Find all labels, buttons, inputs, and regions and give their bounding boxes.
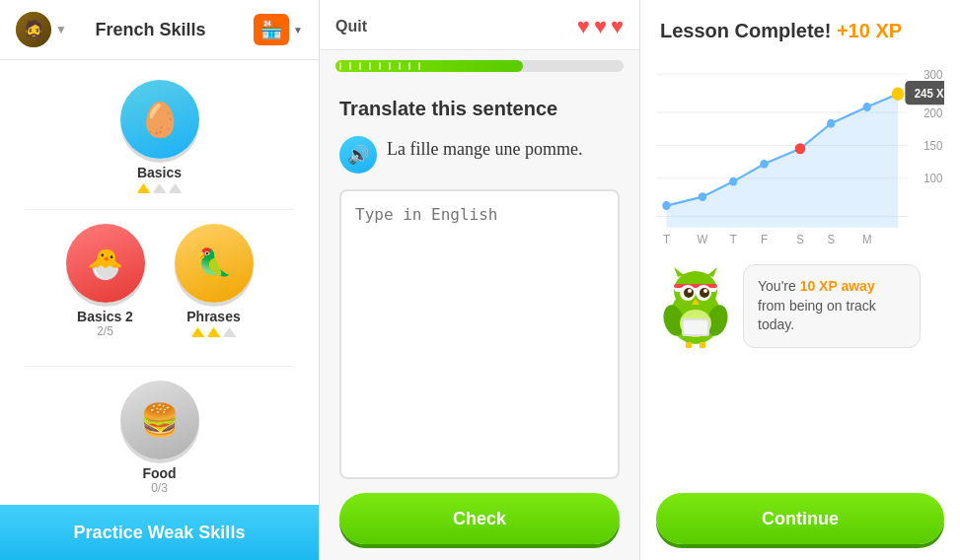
star-2 bbox=[153, 183, 167, 193]
lesson-complete-text: Lesson Complete! bbox=[660, 20, 831, 41]
skill-row-2: 🐣 Basics 2 2/5 🦜 Phrases bbox=[66, 224, 254, 350]
progress-bar-fill bbox=[335, 60, 523, 72]
svg-point-15 bbox=[688, 289, 692, 293]
skill-basics-stars bbox=[137, 183, 183, 193]
phrase-star-2 bbox=[207, 327, 221, 337]
avatar-image: 🧔 bbox=[16, 12, 51, 47]
data-point-T bbox=[662, 201, 670, 210]
svg-point-16 bbox=[703, 289, 707, 293]
svg-rect-22 bbox=[700, 342, 705, 348]
x-label-F: F bbox=[761, 233, 768, 246]
lesson-body: Translate this sentence 🔊 La fille mange… bbox=[320, 82, 639, 560]
lesson-panel: Quit ♥ ♥ ♥ Translate this sentence bbox=[320, 0, 640, 560]
heart-3: ♥ bbox=[611, 14, 624, 39]
tick-7 bbox=[399, 62, 401, 70]
result-panel: Lesson Complete! +10 XP bbox=[640, 0, 960, 560]
y-label-300: 300 bbox=[923, 67, 943, 81]
message-bubble: You're 10 XP away from being on track to… bbox=[743, 264, 921, 348]
star-1 bbox=[137, 183, 151, 193]
divider-2 bbox=[25, 366, 294, 367]
skill-food-icon: 🍔 bbox=[140, 401, 180, 439]
avatar[interactable]: 🧔 bbox=[16, 12, 51, 47]
skill-phrases[interactable]: 🦜 Phrases bbox=[175, 224, 254, 337]
x-label-W: W bbox=[698, 233, 709, 246]
message-text-after: from being on track today. bbox=[758, 298, 876, 333]
shop-dropdown-arrow: ▼ bbox=[293, 25, 303, 35]
quit-button[interactable]: Quit bbox=[335, 18, 367, 35]
skill-food-sublabel: 0/3 bbox=[151, 481, 168, 495]
check-button[interactable]: Check bbox=[339, 493, 620, 544]
skills-title: French Skills bbox=[55, 20, 246, 40]
chart-area bbox=[666, 94, 898, 228]
practice-weak-skills-button[interactable]: Practice Weak Skills bbox=[0, 505, 319, 560]
x-label-T: T bbox=[663, 233, 670, 246]
hearts-container: ♥ ♥ ♥ bbox=[577, 14, 624, 39]
answer-input[interactable] bbox=[339, 189, 620, 479]
chart-svg: 245 XP T W T F S S M 300 200 150 100 bbox=[656, 52, 944, 249]
skill-food-label: Food bbox=[142, 465, 176, 481]
tick-4 bbox=[369, 62, 371, 70]
owl-message-row: You're 10 XP away from being on track to… bbox=[640, 249, 960, 358]
tick-3 bbox=[359, 62, 361, 70]
skill-food-circle[interactable]: 🍔 bbox=[120, 381, 199, 459]
x-label-S: S bbox=[796, 233, 804, 246]
progress-ticks bbox=[335, 60, 523, 72]
message-text-before: You're bbox=[758, 278, 800, 294]
translate-prompt: Translate this sentence bbox=[339, 98, 620, 120]
skill-basics-icon: 🥚 bbox=[139, 100, 181, 139]
tick-1 bbox=[339, 62, 341, 70]
svg-marker-10 bbox=[707, 267, 717, 277]
tick-5 bbox=[379, 62, 381, 70]
heart-1: ♥ bbox=[577, 14, 590, 39]
skills-header: 🧔 ▼ French Skills 🏪 ▼ bbox=[0, 0, 319, 60]
shop-button[interactable]: 🏪 ▼ bbox=[254, 14, 303, 45]
skill-phrases-circle[interactable]: 🦜 bbox=[175, 224, 254, 303]
owl-svg bbox=[656, 259, 735, 348]
speaker-icon: 🔊 bbox=[347, 144, 369, 166]
shop-icon: 🏪 bbox=[254, 14, 289, 45]
data-point-F bbox=[760, 160, 768, 169]
lesson-header: Quit ♥ ♥ ♥ bbox=[320, 0, 639, 50]
x-label-S2: S bbox=[827, 233, 835, 246]
xp-earned-label: +10 XP bbox=[837, 20, 902, 41]
skill-food[interactable]: 🍔 Food 0/3 bbox=[120, 381, 199, 495]
xp-chart: 245 XP T W T F S S M 300 200 150 100 bbox=[656, 52, 944, 249]
tick-9 bbox=[418, 62, 420, 70]
x-label-T2: T bbox=[730, 233, 737, 246]
svg-rect-8 bbox=[674, 284, 717, 288]
owl-character bbox=[656, 259, 735, 348]
result-header: Lesson Complete! +10 XP bbox=[640, 0, 960, 52]
xp-badge-text: 245 XP bbox=[915, 86, 944, 100]
tick-8 bbox=[408, 62, 410, 70]
skill-basics-label: Basics bbox=[137, 165, 182, 180]
svg-marker-9 bbox=[674, 267, 684, 277]
y-label-150: 150 bbox=[923, 139, 943, 153]
skill-basics-circle[interactable]: 🥚 bbox=[120, 80, 199, 159]
divider-1 bbox=[25, 209, 294, 210]
skill-basics2-icon: 🐣 bbox=[87, 246, 123, 281]
speaker-button[interactable]: 🔊 bbox=[339, 136, 377, 174]
skill-basics[interactable]: 🥚 Basics bbox=[120, 80, 199, 193]
y-label-100: 100 bbox=[923, 172, 943, 185]
phrase-star-1 bbox=[191, 327, 205, 337]
skill-phrases-stars bbox=[191, 327, 237, 337]
data-point-W bbox=[699, 192, 706, 201]
y-label-200: 200 bbox=[923, 105, 943, 119]
skills-content: 🥚 Basics 🐣 Basics 2 2/5 🦜 bbox=[0, 60, 319, 560]
data-point-S2 bbox=[827, 119, 835, 128]
data-point-today bbox=[892, 88, 905, 101]
progress-bar-container bbox=[335, 60, 624, 72]
data-point-M bbox=[863, 103, 871, 111]
french-sentence: La fille mange une pomme. bbox=[387, 136, 582, 163]
skill-basics2-label: Basics 2 bbox=[77, 309, 133, 324]
skill-basics2[interactable]: 🐣 Basics 2 2/5 bbox=[66, 224, 145, 338]
tick-6 bbox=[389, 62, 391, 70]
skill-phrases-label: Phrases bbox=[186, 309, 240, 324]
heart-2: ♥ bbox=[594, 14, 607, 39]
sentence-row: 🔊 La fille mange une pomme. bbox=[339, 136, 620, 174]
data-point-S-red bbox=[795, 143, 805, 154]
continue-button[interactable]: Continue bbox=[656, 493, 944, 544]
skill-basics2-sublabel: 2/5 bbox=[97, 324, 113, 338]
skill-basics2-circle[interactable]: 🐣 bbox=[66, 224, 145, 303]
message-xp-highlight: 10 XP away bbox=[800, 278, 875, 294]
